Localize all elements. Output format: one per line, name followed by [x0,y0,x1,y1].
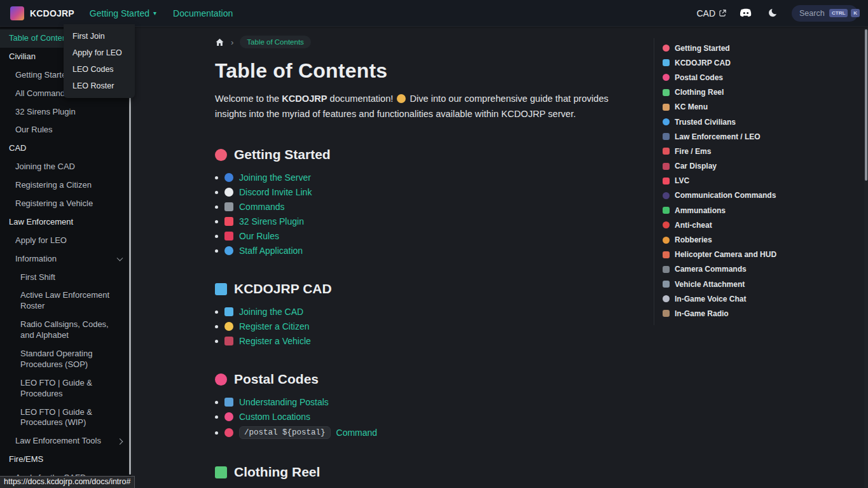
list-item: Our Rules [215,231,642,241]
toc-item-clothing-reel[interactable]: Clothing Reel [663,85,851,100]
section-list: Joining the CADRegister a CitizenRegiste… [215,307,642,346]
sidebar-category-cad: CAD [0,139,132,158]
toc-item-label: KC Menu [675,102,708,111]
dark-mode-toggle-moon-icon[interactable] [766,8,778,18]
bullet-icon [215,206,218,209]
list-item: Register a Vehicle [215,336,642,346]
shield-icon [224,246,233,255]
top-navbar: KCDOJRP Getting Started▾Documentation CA… [0,0,868,27]
sidebar-item-leo-fto-guide-procedures[interactable]: LEO FTO | Guide & Procedures [0,374,132,403]
content-link-custom-locations[interactable]: Custom Locations [239,412,310,422]
sidebar-item-32-sirens-plugin[interactable]: 32 Sirens Plugin [0,103,132,122]
sidebar-item-label: Joining the CAD [15,162,75,171]
sidebar-item-radio-callsigns-codes-and-alphabet[interactable]: Radio Callsigns, Codes, and Alphabet [0,316,132,345]
content-link-command[interactable]: Command [336,428,378,438]
sidebar-item-first-shift[interactable]: First Shift [0,268,132,287]
toc-item-robberies[interactable]: Robberies [663,232,851,247]
toc-item-car-display[interactable]: Car Display [663,159,851,174]
toc-item-kc-menu[interactable]: KC Menu [663,100,851,115]
content-link-staff-application[interactable]: Staff Application [239,246,303,256]
sidebar-item-label: LEO FTO | Guide & Procedures (WIP) [20,407,92,428]
toc-item-label: In-Game Radio [675,309,729,318]
search-box[interactable]: CTRL K [792,5,858,22]
dropdown-item-leo-codes[interactable]: LEO Codes [64,61,135,78]
rocket-icon [663,45,670,52]
chevron-right-icon[interactable] [117,438,123,445]
sidebar-item-registering-a-vehicle[interactable]: Registering a Vehicle [0,195,132,213]
search-input[interactable] [799,9,826,18]
toc-item-lvc[interactable]: LVC [663,174,851,188]
section-heading: Clothing Reel [215,464,642,480]
toc-item-vehicle-attachment[interactable]: Vehicle Attachment [663,277,851,291]
toc-item-label: LVC [675,176,689,185]
toc-item-getting-started[interactable]: Getting Started [663,41,851,55]
content-link-our-rules[interactable]: Our Rules [239,231,279,241]
content-link-commands[interactable]: Commands [239,202,285,212]
sidebar-item-law-enforcement-tools[interactable]: Law Enforcement Tools [0,432,132,450]
toc-item-label: Helicopter Camera and HUD [675,250,776,259]
siren-icon [224,217,233,226]
toc-item-camera-commands[interactable]: Camera Commands [663,262,851,277]
page-toc: Getting StartedKCDOJRP CADPostal CodesCl… [654,38,851,325]
sidebar-item-label: All Commands [15,88,69,98]
nav-item-documentation[interactable]: Documentation [173,8,233,18]
map-icon [224,398,233,407]
sidebar-item-joining-the-cad[interactable]: Joining the CAD [0,158,132,176]
sidebar-scrollbar[interactable] [129,89,131,475]
sidebar-item-label: Registering a Citizen [15,180,92,190]
sidebar-item-leo-fto-guide-procedures-wip[interactable]: LEO FTO | Guide & Procedures (WIP) [0,403,132,433]
toc-item-in-game-radio[interactable]: In-Game Radio [663,306,851,321]
toc-item-anti-cheat[interactable]: Anti-cheat [663,218,851,232]
sidebar-item-active-law-enforcement-roster[interactable]: Active Law Enforcement Roster [0,286,132,316]
sidebar-item-standard-operating-procedures-sop[interactable]: Standard Operating Procedures (SOP) [0,345,132,374]
home-icon[interactable] [215,38,224,47]
toc-item-kcdojrp-cad[interactable]: KCDOJRP CAD [663,55,851,70]
list-item: Understanding Postals [215,397,642,407]
toc-item-fire-ems[interactable]: Fire / Ems [663,144,851,158]
sidebar-item-label: Registering a Vehicle [15,199,93,208]
main-scrollbar-thumb[interactable] [865,29,867,181]
cad-external-link[interactable]: CAD [696,8,726,18]
nav-item-getting-started[interactable]: Getting Started▾ [90,8,156,18]
toc-item-label: Postal Codes [675,73,723,82]
pushpin-icon [224,428,233,437]
sidebar-item-apply-for-leo[interactable]: Apply for LEO [0,232,132,250]
keyboard-icon [224,202,233,211]
content-link-register-a-vehicle[interactable]: Register a Vehicle [239,336,311,346]
section-clothing-reel: Clothing ReelUsage and Key Binds [215,464,642,488]
toc-item-label: Camera Commands [675,265,747,274]
sidebar-item-our-rules[interactable]: Our Rules [0,121,132,139]
toc-item-ammunations[interactable]: Ammunations [663,203,851,218]
content-link-joining-the-cad[interactable]: Joining the CAD [239,307,303,317]
toc-item-label: Vehicle Attachment [675,280,745,289]
content-link-register-a-citizen[interactable]: Register a Citizen [239,321,310,331]
bullet-icon [215,310,218,314]
toc-item-communication-commands[interactable]: Communication Commands [663,188,851,203]
bullet-icon [215,249,218,253]
toc-item-helicopter-camera-and-hud[interactable]: Helicopter Camera and HUD [663,247,851,262]
computer-icon [224,307,233,316]
content-link-discord-invite-link[interactable]: Discord Invite Link [239,187,312,197]
toc-item-trusted-civilians[interactable]: Trusted Civilians [663,115,851,129]
list-item: Custom Locations [215,412,642,422]
dropdown-item-first-join[interactable]: First Join [64,28,135,45]
party-popper-icon [397,94,406,103]
content-link-32-sirens-plugin[interactable]: 32 Sirens Plugin [239,216,304,227]
sidebar-item-information[interactable]: Information [0,250,132,268]
breadcrumb-current[interactable]: Table of Contents [240,36,311,48]
dropdown-item-apply-for-leo[interactable]: Apply for LEO [64,45,135,61]
toc-item-law-enforcement-leo[interactable]: Law Enforcement / LEO [663,129,851,144]
brand[interactable]: KCDOJRP [10,6,74,20]
toc-item-in-game-voice-chat[interactable]: In-Game Voice Chat [663,291,851,306]
sidebar-item-registering-a-citizen[interactable]: Registering a Citizen [0,176,132,195]
discord-icon[interactable] [740,8,752,18]
chevron-down-icon[interactable] [117,255,123,261]
sidebar-item-label: Our Rules [15,125,53,134]
fire-engine-icon [663,148,670,155]
toc-item-postal-codes[interactable]: Postal Codes [663,70,851,85]
bullet-icon [215,415,218,419]
dropdown-item-leo-roster[interactable]: LEO Roster [64,78,135,94]
sidebar-item-label: Apply for LEO [15,235,67,245]
content-link-understanding-postals[interactable]: Understanding Postals [239,397,329,407]
content-link-joining-the-server[interactable]: Joining the Server [239,172,311,183]
